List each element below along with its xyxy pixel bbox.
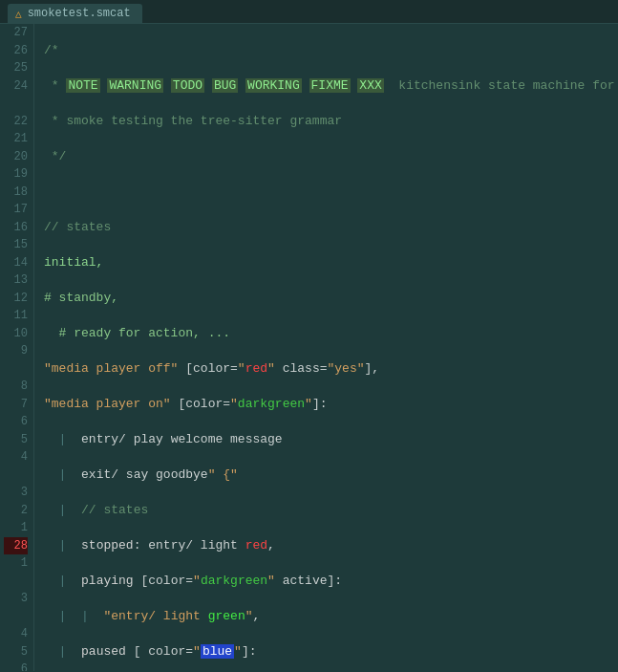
line-10: | paused [ color="blue"]: <box>44 643 618 661</box>
ln-5: 5 <box>4 431 28 449</box>
ln-blank5 <box>4 608 28 626</box>
ln-22: 22 <box>4 113 28 131</box>
line-26: * NOTE WARNING TODO BUG WORKING FIXME XX… <box>44 77 618 96</box>
line-numbers: 27 26 25 24 22 21 20 19 18 17 16 15 14 1… <box>0 24 34 671</box>
line-14: | // states <box>44 502 618 520</box>
ln-25: 25 <box>4 59 28 77</box>
ln-3b: 3 <box>4 590 28 608</box>
file-type-icon: △ <box>15 8 22 20</box>
tab-filename: smoketest.smcat <box>28 7 131 20</box>
ln-4b: 4 <box>4 625 28 643</box>
tab-bar: △ smoketest.smcat <box>0 0 618 24</box>
ln-16: 16 <box>4 219 28 237</box>
ln-5b: 5 <box>4 643 28 661</box>
ln-21: 21 <box>4 130 28 148</box>
ln-6b: 6 <box>4 661 28 671</box>
ln-8: 8 <box>4 378 28 396</box>
ln-blank2 <box>4 360 28 379</box>
ln-17: 17 <box>4 201 28 219</box>
ln-24: 24 <box>4 77 28 96</box>
ln-20: 20 <box>4 148 28 166</box>
ln-27: 27 <box>4 24 28 42</box>
ln-13: 13 <box>4 271 28 290</box>
ln-10: 10 <box>4 325 28 343</box>
line-18: "media player off" [color="red" class="y… <box>44 360 618 379</box>
line-21: initial, <box>44 254 618 272</box>
line-16: | entry/ play welcome message <box>44 431 618 449</box>
ln-3: 3 <box>4 484 28 502</box>
ln-2: 2 <box>4 502 28 520</box>
ln-28: 28 <box>4 537 28 555</box>
ln-9: 9 <box>4 342 28 360</box>
line-24: */ <box>44 148 618 166</box>
line-27: /* <box>44 42 618 60</box>
active-tab[interactable]: △ smoketest.smcat <box>8 4 142 23</box>
line-13: | stopped: entry/ light red, <box>44 537 618 555</box>
ln-1b: 1 <box>4 554 28 573</box>
line-19: # ready for action, ... <box>44 325 618 343</box>
editor: 27 26 25 24 22 21 20 19 18 17 16 15 14 1… <box>0 24 618 671</box>
line-22: // states <box>44 219 618 237</box>
ln-26: 26 <box>4 42 28 60</box>
ln-11: 11 <box>4 307 28 325</box>
line-20: # standby, <box>44 290 618 308</box>
ln-14: 14 <box>4 254 28 272</box>
line-17: "media player on" [color="darkgreen"]: <box>44 396 618 414</box>
ln-6: 6 <box>4 413 28 431</box>
ln-blank1 <box>4 95 28 113</box>
ln-1: 1 <box>4 519 28 537</box>
line-12: | playing [color="darkgreen" active]: <box>44 573 618 591</box>
line-blank1 <box>44 184 618 202</box>
ln-19: 19 <box>4 165 28 184</box>
ln-18: 18 <box>4 184 28 202</box>
ln-blank3 <box>4 466 28 485</box>
ln-4: 4 <box>4 448 28 466</box>
ln-15: 15 <box>4 236 28 254</box>
code-content[interactable]: /* * NOTE WARNING TODO BUG WORKING FIXME… <box>34 24 618 671</box>
line-15: | exit/ say goodbye" {" <box>44 466 618 485</box>
ln-12: 12 <box>4 290 28 308</box>
line-25: * smoke testing the tree-sitter grammar <box>44 113 618 131</box>
ln-7: 7 <box>4 396 28 414</box>
line-11: | | "entry/ light green", <box>44 608 618 626</box>
ln-blank4 <box>4 573 28 591</box>
